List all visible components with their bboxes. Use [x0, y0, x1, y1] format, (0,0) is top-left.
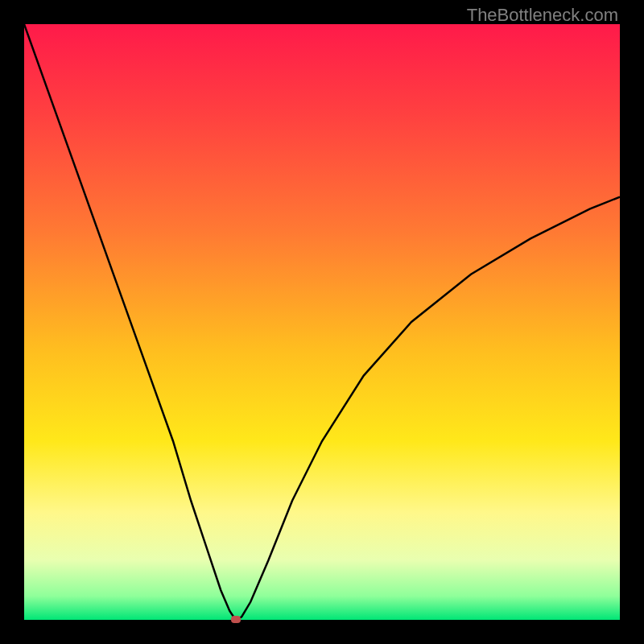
optimal-marker [231, 616, 241, 623]
chart-container: TheBottleneck.com [0, 0, 644, 644]
bottleneck-curve [24, 24, 620, 620]
curve-layer [24, 24, 620, 620]
chart-area [24, 24, 620, 620]
watermark-text: TheBottleneck.com [467, 5, 618, 26]
